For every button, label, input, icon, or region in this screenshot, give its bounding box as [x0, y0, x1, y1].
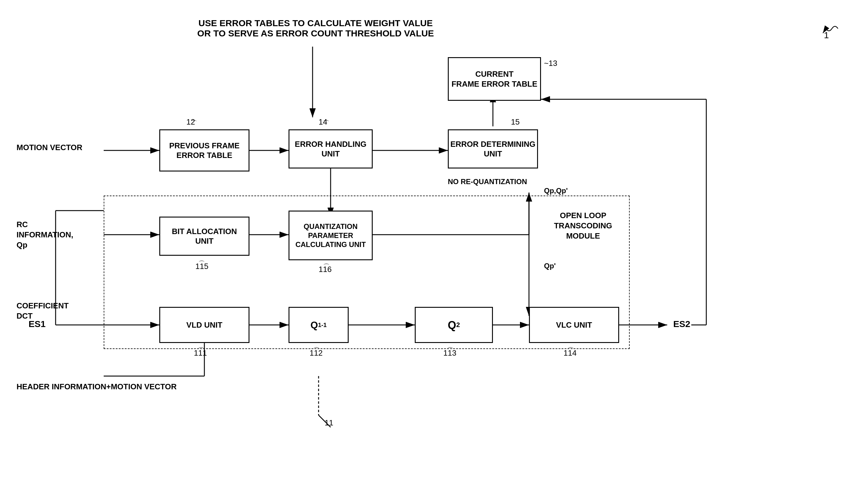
open-loop-module-label: OPEN LOOP TRANSCODING MODULE	[544, 211, 622, 241]
ref-15: 15	[511, 117, 520, 127]
q1-inv-box: Q1-1	[288, 307, 349, 343]
vlc-unit-box: VLC UNIT	[529, 307, 619, 343]
error-determining-unit-box: ERROR DETERMINING UNIT	[448, 129, 538, 169]
coeff-dct-label: COEFFICIENT DCT	[17, 301, 68, 321]
ref-13: ~13	[544, 59, 557, 68]
no-requantization-label: NO RE-QUANTIZATION	[448, 177, 527, 186]
q2-box: Q2	[415, 307, 493, 343]
ref-1-squiggle	[820, 23, 844, 47]
ref-11: 11	[324, 418, 333, 428]
motion-vector-label: MOTION VECTOR	[17, 143, 82, 152]
header-info-label: HEADER INFORMATION+MOTION VECTOR	[17, 382, 177, 392]
vld-unit-box: VLD UNIT	[159, 307, 249, 343]
qp-calc-unit-box: QUANTIZATION PARAMETER CALCULATING UNIT	[288, 211, 373, 260]
current-frame-error-table-box: CURRENT FRAME ERROR TABLE	[448, 57, 541, 101]
previous-frame-error-table-box: PREVIOUS FRAME ERROR TABLE	[159, 129, 249, 172]
rc-info-label: RC INFORMATION, Qp	[17, 220, 73, 250]
qp-qp-prime-label: Qp,Qp'	[544, 186, 568, 195]
es1-label: ES1	[29, 319, 46, 329]
svg-line-27	[823, 29, 826, 33]
es2-label: ES2	[673, 319, 690, 329]
qp-prime-label: Qp'	[544, 262, 556, 270]
error-handling-unit-box: ERROR HANDLING UNIT	[288, 129, 373, 169]
bit-allocation-unit-box: BIT ALLOCATION UNIT	[159, 216, 249, 256]
top-label: USE ERROR TABLES TO CALCULATE WEIGHT VAL…	[180, 18, 451, 38]
